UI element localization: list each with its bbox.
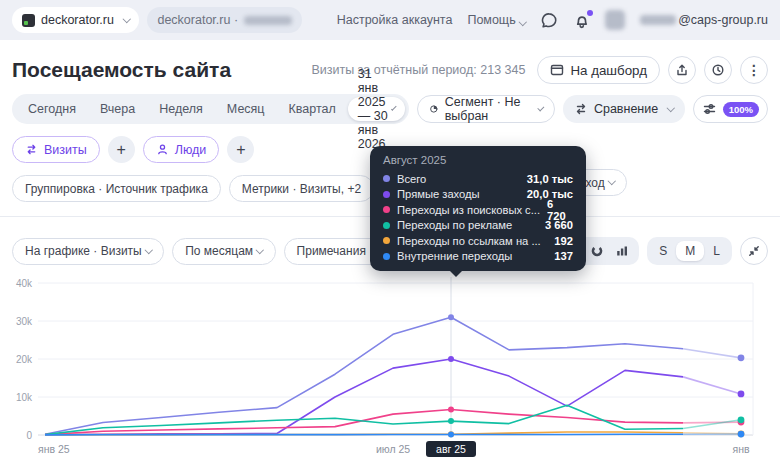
size-medium[interactable]: M [676, 241, 704, 261]
avatar[interactable] [605, 10, 625, 30]
compare-icon [25, 143, 38, 156]
chart-line-partial[interactable] [683, 420, 741, 429]
y-tick-label: 40k [16, 278, 33, 289]
counter-label: deckorator.ru · [157, 13, 238, 27]
hover-x-badge-label: авг 25 [436, 443, 466, 455]
site-selector[interactable]: deckorator.ru [12, 7, 139, 33]
chart-line-partial[interactable] [683, 377, 741, 394]
chart-line[interactable] [45, 317, 683, 434]
tab-quarter[interactable]: Квартал [277, 102, 348, 116]
collapse-chart-button[interactable] [740, 237, 768, 265]
account-settings-link[interactable]: Настройка аккаунта [337, 13, 453, 27]
series-label: Всего [397, 173, 426, 185]
chart-line[interactable] [45, 434, 683, 435]
series-color-dot [383, 253, 390, 260]
series-value: 3 660 [545, 219, 573, 231]
series-label: Переходы по ссылкам на ... [397, 235, 541, 247]
add-visits-metric-button[interactable]: + [108, 136, 135, 163]
export-button[interactable] [668, 56, 696, 84]
chart-line-partial[interactable] [683, 422, 741, 423]
chevron-down-icon [608, 177, 616, 185]
kebab-icon: ⋮ [747, 62, 761, 78]
hover-dot[interactable] [448, 356, 454, 362]
hover-dot[interactable] [448, 418, 454, 424]
size-large[interactable]: L [704, 241, 729, 261]
series-color-dot [383, 206, 390, 213]
chevron-down-icon [145, 246, 153, 254]
end-dot[interactable] [738, 416, 745, 423]
line-chart[interactable]: 010k20k30k40kянв 25июл 25янвавг 25 [0, 273, 780, 463]
size-small[interactable]: S [650, 241, 676, 261]
blurred-counter-id [244, 16, 292, 25]
series-label: Переходы по рекламе [397, 219, 512, 231]
tooltip-row: Всего31,0 тыс [383, 171, 573, 187]
tooltip-row: Переходы из поисковых с...6 720 [383, 202, 573, 218]
chevron-down-icon [256, 246, 264, 254]
sliders-icon [702, 102, 717, 116]
hover-dot[interactable] [448, 406, 454, 412]
chevron-down-icon [123, 15, 131, 23]
hover-dot[interactable] [448, 314, 454, 320]
donut-chart-icon[interactable] [590, 244, 604, 258]
granularity-selector[interactable]: По месяцам [172, 238, 275, 265]
account-email[interactable]: @caps-group.ru [640, 13, 768, 27]
series-value: 192 [554, 235, 573, 247]
traffic-chart[interactable]: 010k20k30k40kянв 25июл 25янвавг 25 [0, 273, 780, 463]
x-tick-label: янв 25 [38, 443, 70, 455]
sampling-control[interactable]: 100% [693, 95, 768, 123]
tab-today[interactable]: Сегодня [16, 102, 88, 116]
chat-icon[interactable] [540, 12, 558, 29]
chart-tooltip: Август 2025 Всего31,0 тысПрямые заходы20… [370, 146, 586, 271]
compare-icon [574, 102, 588, 116]
tooltip-row: Переходы по ссылкам на ...192 [383, 233, 573, 249]
end-dot[interactable] [738, 431, 745, 438]
more-menu-button[interactable]: ⋮ [740, 56, 768, 84]
y-tick-label: 20k [16, 354, 33, 365]
tab-yesterday[interactable]: Вчера [88, 102, 147, 116]
tab-month[interactable]: Месяц [215, 102, 277, 116]
metrics-chip[interactable]: Метрики · Визиты, +2 [229, 175, 374, 202]
on-chart-selector[interactable]: На графике · Визиты [12, 238, 164, 265]
visits-metric-chip[interactable]: Визиты [12, 136, 100, 163]
chevron-down-icon [537, 104, 544, 111]
top-bar: deckorator.ru deckorator.ru · Настройка … [0, 0, 780, 40]
people-metric-chip[interactable]: Люди [143, 136, 220, 163]
sampling-badge: 100% [723, 102, 759, 117]
blurred-email-prefix [640, 15, 676, 25]
compare-selector[interactable]: Сравнение [563, 95, 685, 123]
series-color-dot [383, 191, 390, 198]
series-color-dot [383, 222, 390, 229]
segment-selector[interactable]: Сегмент · Не выбран [417, 95, 555, 123]
tooltip-row: Внутренние переходы137 [383, 249, 573, 265]
bar-chart-icon[interactable] [615, 244, 629, 258]
title-row: Посещаемость сайта Визиты за отчётный пе… [0, 40, 780, 84]
grouping-chip[interactable]: Группировка · Источник трафика [12, 175, 221, 202]
tooltip-rows: Всего31,0 тысПрямые заходы20,0 тысПерехо… [383, 171, 573, 264]
tooltip-row: Переходы по рекламе3 660 [383, 218, 573, 234]
end-dot[interactable] [738, 354, 745, 361]
y-tick-label: 0 [26, 430, 32, 441]
y-tick-label: 10k [16, 392, 33, 403]
period-tabs: Сегодня Вчера Неделя Месяц Квартал 31 ян… [12, 94, 409, 124]
site-selector-label: deckorator.ru [41, 13, 114, 27]
chart-view-controls: S M L [555, 237, 768, 265]
series-color-dot [383, 175, 390, 182]
tooltip-row: Прямые заходы20,0 тыс [383, 187, 573, 203]
tab-week[interactable]: Неделя [147, 102, 215, 116]
notifications-bell[interactable] [573, 12, 590, 29]
add-people-metric-button[interactable]: + [227, 136, 254, 163]
page-title: Посещаемость сайта [12, 58, 231, 82]
chevron-down-icon [392, 105, 397, 110]
to-dashboard-button[interactable]: На дашборд [537, 56, 660, 84]
pie-segment-icon [429, 102, 439, 116]
help-menu[interactable]: Помощь [467, 13, 525, 27]
counter-pill[interactable]: deckorator.ru · [147, 7, 302, 33]
date-range-picker[interactable]: 31 янв 2025 — 30 янв 2026 [348, 97, 405, 121]
end-dot[interactable] [738, 391, 745, 398]
notification-dot [587, 10, 593, 16]
series-label: Прямые заходы [397, 188, 480, 200]
chart-line-partial[interactable] [683, 349, 741, 358]
history-button[interactable] [704, 56, 732, 84]
chart-size-switcher: S M L [647, 237, 732, 265]
hover-dot[interactable] [448, 431, 454, 437]
